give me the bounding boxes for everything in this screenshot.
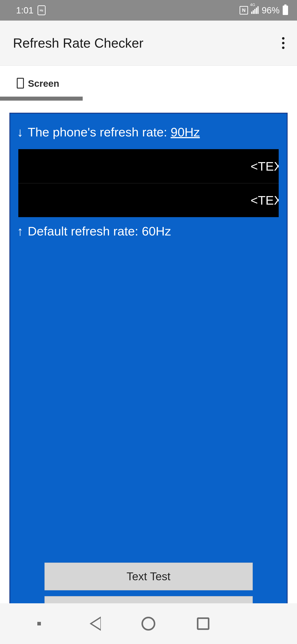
status-right: N 4G 96% xyxy=(240,5,288,16)
text-test-button[interactable]: Text Test xyxy=(44,562,253,590)
nfc-icon: N xyxy=(240,6,248,14)
scroll-text-2: <TEXT xyxy=(251,193,279,208)
default-rate-line: ↑ Default refresh rate: 60Hz xyxy=(17,224,280,238)
phone-rate-value[interactable]: 90Hz xyxy=(171,125,200,139)
nav-extra[interactable] xyxy=(23,622,55,626)
refresh-panel: ↓ The phone's refresh rate: 90Hz <TEXT <… xyxy=(9,113,288,636)
nav-home-button[interactable] xyxy=(141,617,155,630)
overflow-menu-button[interactable] xyxy=(278,34,289,52)
phone-rate-label: The phone's refresh rate: xyxy=(28,125,171,139)
nav-back-button[interactable] xyxy=(88,616,99,631)
status-left: 1:01 Hz xyxy=(16,5,46,16)
tab-indicator xyxy=(0,96,83,100)
scroll-text-1: <TEXT xyxy=(251,159,279,174)
battery-percent: 96% xyxy=(262,5,280,16)
arrow-down-icon: ↓ xyxy=(17,125,23,139)
arrow-up-icon: ↑ xyxy=(17,224,23,238)
scroll-row-1: <TEXT xyxy=(18,149,279,183)
network-type: 4G xyxy=(250,3,255,7)
tab-screen[interactable]: Screen xyxy=(0,66,76,100)
content: ↓ The phone's refresh rate: 90Hz <TEXT <… xyxy=(0,100,297,644)
app-title: Refresh Rate Checker xyxy=(13,36,143,51)
screen-icon xyxy=(17,78,24,88)
tab-bar: Screen xyxy=(0,66,297,100)
tab-label: Screen xyxy=(28,78,59,89)
scroll-test-area[interactable]: <TEXT <TEXT xyxy=(18,149,279,217)
clock: 1:01 xyxy=(16,5,33,16)
app-bar: Refresh Rate Checker xyxy=(0,20,297,66)
nav-recent-button[interactable] xyxy=(197,618,209,630)
hz-icon: Hz xyxy=(37,5,46,15)
navigation-bar xyxy=(0,603,297,644)
status-bar: 1:01 Hz N 4G 96% xyxy=(0,0,297,20)
battery-icon xyxy=(283,6,288,15)
default-rate-label: Default refresh rate: 60Hz xyxy=(28,224,171,238)
signal-icon: 4G xyxy=(251,7,259,14)
phone-rate-line: ↓ The phone's refresh rate: 90Hz xyxy=(17,125,280,139)
scroll-row-2: <TEXT xyxy=(18,183,279,217)
